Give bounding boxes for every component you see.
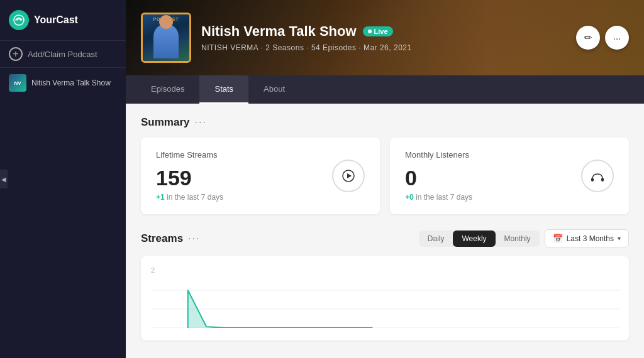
- tab-stats-label: Stats: [214, 84, 233, 94]
- streams-icon: [332, 160, 365, 192]
- logo-icon: [9, 10, 29, 30]
- summary-dots-menu[interactable]: ···: [194, 117, 206, 128]
- streams-dots-menu[interactable]: ···: [188, 233, 200, 244]
- tab-episodes-label: Episodes: [151, 84, 184, 94]
- lifetime-streams-change: +1 in the last 7 days: [156, 193, 223, 202]
- daily-period-button[interactable]: Daily: [419, 231, 453, 247]
- streams-title-area: Streams ···: [141, 232, 200, 245]
- main-content: PODCAST Nitish Verma Talk Show Live NITI…: [126, 0, 644, 358]
- listeners-change-text: in the last 7 days: [414, 193, 472, 202]
- tabs-bar: Episodes Stats About: [126, 75, 644, 104]
- streams-section-header: Streams ··· Daily Weekly Monthly 📅 Last …: [141, 229, 629, 247]
- summary-title: Summary: [141, 116, 189, 129]
- monthly-period-button[interactable]: Monthly: [496, 231, 540, 247]
- podcast-name: Nitish Verma Talk Show: [31, 79, 111, 87]
- lifetime-streams-value: 159: [156, 166, 223, 190]
- edit-button[interactable]: ✏: [576, 26, 600, 50]
- tab-about-label: About: [264, 84, 285, 94]
- podcast-main-title: Nitish Verma Talk Show: [201, 23, 357, 40]
- header-actions: ✏ ···: [576, 26, 629, 50]
- podcast-thumbnail: NV: [9, 74, 26, 92]
- podcast-thumb-image: NV: [9, 74, 26, 92]
- stat-card-left-streams: Lifetime Streams 159 +1 in the last 7 da…: [156, 150, 223, 202]
- monthly-listeners-card: Monthly Listeners 0 +0 in the last 7 day…: [390, 138, 629, 214]
- streams-title: Streams: [141, 232, 183, 245]
- add-claim-podcast-button[interactable]: + Add/Claim Podcast: [0, 40, 126, 67]
- monthly-listeners-change: +0 in the last 7 days: [405, 193, 472, 202]
- podcast-header: PODCAST Nitish Verma Talk Show Live NITI…: [126, 0, 644, 75]
- svg-rect-4: [601, 178, 604, 182]
- weekly-period-button[interactable]: Weekly: [453, 231, 495, 247]
- tab-stats[interactable]: Stats: [199, 75, 248, 104]
- streams-change-highlight: +1: [156, 193, 165, 202]
- live-label: Live: [374, 28, 388, 35]
- streams-change-text: in the last 7 days: [165, 193, 223, 202]
- content-area: Summary ··· Lifetime Streams 159 +1 in t…: [126, 104, 644, 358]
- more-icon: ···: [613, 33, 621, 43]
- calendar-icon: 📅: [553, 234, 563, 243]
- streams-section: Streams ··· Daily Weekly Monthly 📅 Last …: [141, 229, 629, 340]
- lifetime-streams-label: Lifetime Streams: [156, 150, 223, 160]
- streams-chart: [151, 271, 619, 328]
- sidebar-podcast-list: NV Nitish Verma Talk Show: [0, 67, 126, 358]
- live-badge: Live: [363, 26, 393, 36]
- plus-icon: +: [9, 47, 23, 61]
- listeners-icon: [581, 160, 614, 192]
- app-name: YourCast: [34, 14, 78, 26]
- date-range-button[interactable]: 📅 Last 3 Months ▾: [545, 229, 629, 247]
- listeners-change-highlight: +0: [405, 193, 414, 202]
- more-button[interactable]: ···: [605, 26, 629, 50]
- period-button-group: Daily Weekly Monthly: [419, 231, 540, 247]
- monthly-listeners-label: Monthly Listeners: [405, 150, 472, 160]
- edit-icon: ✏: [584, 32, 592, 43]
- podcast-art-inner: PODCAST: [143, 14, 189, 61]
- chart-y-label: 2: [151, 266, 155, 274]
- tab-about[interactable]: About: [248, 75, 300, 104]
- app-logo[interactable]: YourCast: [0, 0, 126, 40]
- stat-card-left-listeners: Monthly Listeners 0 +0 in the last 7 day…: [405, 150, 472, 202]
- podcast-meta: NITISH VERMA · 2 Seasons · 54 Episodes ·…: [201, 43, 566, 52]
- tab-episodes[interactable]: Episodes: [136, 75, 199, 104]
- svg-marker-2: [347, 173, 352, 178]
- sidebar-item-nitish-verma[interactable]: NV Nitish Verma Talk Show: [0, 68, 126, 98]
- podcast-title-row: Nitish Verma Talk Show Live: [201, 23, 566, 40]
- lifetime-streams-card: Lifetime Streams 159 +1 in the last 7 da…: [141, 138, 380, 214]
- summary-section-header: Summary ···: [141, 116, 629, 129]
- svg-rect-3: [591, 178, 594, 182]
- person-head: [159, 15, 173, 29]
- stats-grid: Lifetime Streams 159 +1 in the last 7 da…: [141, 138, 629, 214]
- add-podcast-label: Add/Claim Podcast: [28, 50, 97, 59]
- chevron-down-icon: ▾: [618, 235, 621, 242]
- header-info: Nitish Verma Talk Show Live NITISH VERMA…: [201, 23, 566, 52]
- monthly-listeners-value: 0: [405, 166, 472, 190]
- podcast-art: PODCAST: [141, 13, 191, 63]
- sidebar: YourCast + Add/Claim Podcast NV Nitish V…: [0, 0, 126, 358]
- streams-controls: Daily Weekly Monthly 📅 Last 3 Months ▾: [419, 229, 629, 247]
- chart-area: 2: [141, 256, 629, 340]
- sidebar-collapse-button[interactable]: ◀: [0, 170, 8, 188]
- live-dot: [368, 30, 372, 33]
- person-shape: [153, 24, 179, 58]
- date-range-label: Last 3 Months: [567, 234, 614, 243]
